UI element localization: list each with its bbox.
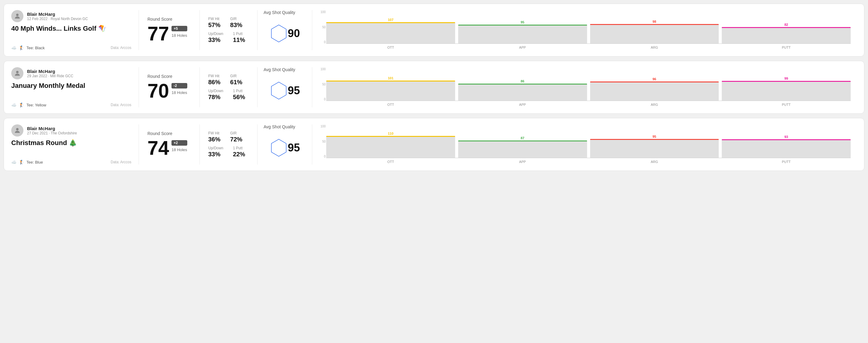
score-label: Round Score <box>148 17 191 22</box>
hexagon-score: 90 <box>288 27 300 40</box>
stat-gir: GIR 72% <box>230 131 242 143</box>
bar-inner <box>590 82 719 101</box>
stat-fw-hit: FW Hit 86% <box>208 74 220 86</box>
bar-chart-wrapper: 100 50 0 107 OTT 95 APP <box>318 10 851 50</box>
bar-label: PUTT <box>782 160 791 164</box>
avatar <box>11 67 23 80</box>
stat-oneputt-value: 11% <box>233 36 245 43</box>
stat-oneputt: 1 Putt 56% <box>233 89 245 101</box>
stat-fw-hit-value: 86% <box>208 79 220 86</box>
y-label-50: 50 <box>318 83 326 86</box>
y-label-100: 100 <box>318 125 326 128</box>
card-left: Blair McHarg 29 Jan 2022 · Mill Ride GCC… <box>11 67 139 107</box>
stats-row-bottom: Up/Down 78% 1 Putt 56% <box>208 89 249 101</box>
bar-colored-line <box>590 82 719 83</box>
round-title: January Monthly Medal <box>11 82 131 90</box>
bar-inner <box>458 25 587 44</box>
card-quality: Avg Shot Quality 90 <box>257 10 312 50</box>
weather-icon: ☁️ <box>11 102 17 107</box>
card-footer: ☁️ 🏌 Tee: Blue Data: Arccos <box>11 160 131 164</box>
bag-icon: 🏌 <box>19 45 24 50</box>
score-number: 74 <box>148 138 169 158</box>
stats-row-top: FW Hit 57% GIR 83% <box>208 17 249 29</box>
user-row: Blair McHarg 29 Jan 2022 · Mill Ride GCC <box>11 67 131 80</box>
y-axis: 100 50 0 <box>318 10 326 50</box>
bar-label: OTT <box>388 103 394 106</box>
bar-column: 86 APP <box>458 67 587 101</box>
weather-icon: ☁️ <box>11 45 17 50</box>
axis-line <box>326 158 851 158</box>
tee-info: ☁️ 🏌 Tee: Blue <box>11 160 43 164</box>
stat-updown-label: Up/Down <box>208 32 223 36</box>
bar-inner <box>590 24 719 44</box>
card-stats: FW Hit 86% GIR 61% Up/Down 78% 1 Putt 56… <box>200 67 257 107</box>
stat-gir-label: GIR <box>230 74 242 78</box>
y-label-100: 100 <box>318 67 326 71</box>
bar-inner <box>326 136 455 158</box>
user-icon <box>14 127 21 134</box>
bar-label: APP <box>519 45 526 49</box>
card-chart: 100 50 0 107 OTT 95 APP <box>312 10 857 50</box>
score-modifier: +5 <box>172 26 187 31</box>
stat-fw-hit-label: FW Hit <box>208 74 220 78</box>
data-source: Data: Arccos <box>111 160 131 164</box>
card-footer: ☁️ 🏌 Tee: Yellow Data: Arccos <box>11 102 131 107</box>
y-label-0: 0 <box>318 155 326 158</box>
y-label-0: 0 <box>318 40 326 44</box>
holes-label: 18 Holes <box>172 33 187 38</box>
score-main: 77 +5 18 Holes <box>148 24 191 43</box>
stat-gir-label: GIR <box>230 131 242 135</box>
bar-label: PUTT <box>782 45 791 49</box>
bar-value: 86 <box>521 80 524 83</box>
bar-value: 95 <box>521 21 524 24</box>
bar-column: 99 PUTT <box>722 67 851 101</box>
bar-value: 107 <box>388 18 394 22</box>
stat-oneputt: 1 Putt 11% <box>233 32 245 43</box>
stat-gir-label: GIR <box>230 17 242 21</box>
bar-label: ARG <box>651 160 658 164</box>
card-score: Round Score 70 -2 18 Holes <box>139 67 200 107</box>
card-left: Blair McHarg 12 Feb 2022 · Royal North D… <box>11 10 139 50</box>
bar-value: 82 <box>784 23 788 27</box>
bar-inner <box>722 27 851 44</box>
bar-column: 98 ARG <box>590 10 719 44</box>
stat-gir: GIR 83% <box>230 17 242 29</box>
score-number: 77 <box>148 24 169 43</box>
stats-row-top: FW Hit 36% GIR 72% <box>208 131 249 143</box>
round-card-round3: Blair McHarg 27 Dec 2021 · The Oxfordshi… <box>4 118 864 171</box>
score-main: 74 +2 18 Holes <box>148 138 191 158</box>
axis-line <box>326 101 851 101</box>
bar-value: 96 <box>652 77 656 81</box>
bar-inner <box>326 22 455 44</box>
holes-label: 18 Holes <box>172 90 187 95</box>
bar-value: 99 <box>784 77 788 80</box>
bar-label: APP <box>519 160 526 164</box>
quality-label: Avg Shot Quality <box>264 10 295 15</box>
user-name: Blair McHarg <box>27 69 73 74</box>
user-name: Blair McHarg <box>27 126 77 131</box>
score-modifier: +2 <box>172 140 187 146</box>
hexagon-score: 95 <box>288 84 300 97</box>
bar-column: 96 ARG <box>590 67 719 101</box>
user-meta: 29 Jan 2022 · Mill Ride GCC <box>27 74 73 78</box>
axis-line <box>326 43 851 44</box>
user-meta: 27 Dec 2021 · The Oxfordshire <box>27 131 77 135</box>
bar-value: 93 <box>784 135 788 139</box>
bar-chart-wrapper: 100 50 0 101 OTT 86 APP <box>318 67 851 107</box>
stat-updown: Up/Down 78% <box>208 89 223 101</box>
stat-fw-hit: FW Hit 57% <box>208 17 220 29</box>
stat-updown: Up/Down 33% <box>208 32 223 43</box>
bar-inner <box>590 139 719 158</box>
stat-gir-value: 61% <box>230 79 242 86</box>
stat-gir: GIR 61% <box>230 74 242 86</box>
card-quality: Avg Shot Quality 95 <box>257 124 312 164</box>
bar-colored-line <box>722 27 851 28</box>
card-left: Blair McHarg 27 Dec 2021 · The Oxfordshi… <box>11 124 139 164</box>
card-quality: Avg Shot Quality 95 <box>257 67 312 107</box>
bag-icon: 🏌 <box>19 160 24 164</box>
bars-area: 101 OTT 86 APP 96 ARG <box>326 67 851 107</box>
user-info: Blair McHarg 29 Jan 2022 · Mill Ride GCC <box>27 69 73 78</box>
stats-row-top: FW Hit 86% GIR 61% <box>208 74 249 86</box>
stat-oneputt-label: 1 Putt <box>233 89 245 93</box>
bar-value: 95 <box>652 135 656 138</box>
